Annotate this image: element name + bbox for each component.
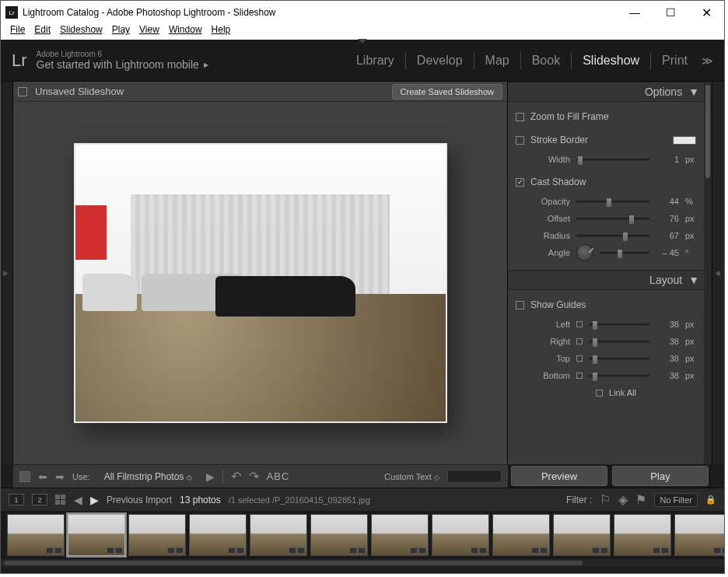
opacity-slider[interactable] [576, 201, 649, 203]
grid-view-icon[interactable] [55, 495, 66, 505]
close-button[interactable]: ✕ [688, 1, 724, 24]
link-top-icon[interactable] [576, 355, 583, 362]
module-library[interactable]: Library [356, 54, 394, 68]
create-saved-slideshow-button[interactable]: Create Saved Slideshow [392, 84, 502, 100]
text-tool-button[interactable]: ABC [267, 470, 290, 482]
play-inline-button[interactable]: ▶ [206, 470, 215, 483]
next-slide-button[interactable]: ➡ [55, 470, 65, 483]
thumbnail[interactable] [371, 514, 429, 556]
margin-top-value[interactable]: 38 [656, 354, 679, 363]
thumbnail[interactable] [310, 514, 368, 556]
margin-bottom-value[interactable]: 38 [656, 371, 679, 380]
stop-button[interactable] [19, 471, 30, 482]
stroke-color-swatch[interactable] [673, 136, 696, 145]
radius-slider[interactable] [576, 235, 649, 237]
left-panel-collapsed[interactable] [1, 82, 13, 464]
custom-text-input[interactable] [447, 470, 502, 483]
thumbnail[interactable] [189, 514, 247, 556]
separator [474, 52, 474, 69]
custom-text-label[interactable]: Custom Text ◇ [384, 472, 439, 481]
layout-panel-header[interactable]: Layout ▼ [508, 270, 712, 290]
angle-dial[interactable] [576, 244, 593, 261]
show-guides-checkbox[interactable] [516, 301, 524, 309]
right-panel-scrollbar[interactable] [704, 82, 712, 464]
filmstrip-forward-button[interactable]: ▶ [90, 494, 99, 506]
angle-slider[interactable] [600, 252, 649, 254]
menu-help[interactable]: Help [208, 24, 234, 40]
link-right-icon[interactable] [576, 338, 583, 344]
offset-slider[interactable] [576, 218, 649, 220]
right-stub-collapsed[interactable] [712, 82, 724, 464]
module-print[interactable]: Print [662, 54, 688, 68]
filter-dropdown[interactable]: No Filter [654, 493, 698, 507]
source-label[interactable]: Previous Import [107, 495, 172, 505]
use-dropdown[interactable]: All Filmstrip Photos ◇ [98, 470, 198, 484]
rotate-cw-button[interactable]: ↷ [249, 469, 259, 484]
rotate-ccw-button[interactable]: ↶ [231, 469, 241, 484]
module-map[interactable]: Map [485, 54, 509, 68]
thumbnail[interactable] [492, 514, 550, 556]
menubar: File Edit Slideshow Play View Window Hel… [1, 24, 724, 40]
margin-bottom-slider[interactable] [589, 375, 649, 377]
filter-lock-icon[interactable]: 🔒 [705, 495, 716, 505]
triangle-down-icon: ▼ [688, 86, 699, 98]
margin-left-value[interactable]: 38 [656, 320, 679, 329]
offset-value[interactable]: 76 [656, 214, 679, 223]
thumbnail[interactable] [674, 514, 724, 556]
menu-view[interactable]: View [136, 24, 163, 40]
thumbnail[interactable] [68, 514, 125, 556]
margin-top-slider[interactable] [589, 358, 649, 360]
margin-right-value[interactable]: 38 [656, 337, 679, 346]
width-slider[interactable] [576, 159, 649, 161]
menu-window[interactable]: Window [166, 24, 205, 40]
module-slideshow[interactable]: Slideshow [583, 54, 639, 68]
filmstrip-back-button[interactable]: ◀ [74, 494, 82, 506]
thumbnail[interactable] [614, 514, 671, 556]
thumbnail[interactable] [128, 514, 186, 556]
module-book[interactable]: Book [532, 54, 560, 68]
link-all-checkbox[interactable] [596, 390, 603, 397]
angle-label: Angle [531, 248, 570, 257]
menu-play[interactable]: Play [109, 24, 133, 40]
thumbnail[interactable] [7, 514, 65, 556]
thumbnail[interactable] [250, 514, 307, 556]
options-panel-header[interactable]: Options ▼ [508, 82, 712, 102]
template-icon[interactable] [18, 87, 27, 96]
minimize-button[interactable]: — [617, 1, 653, 24]
cast-shadow-label: Cast Shadow [530, 177, 586, 187]
link-left-icon[interactable] [576, 321, 583, 327]
margin-left-label: Left [531, 320, 570, 329]
thumbnail[interactable] [432, 514, 489, 556]
link-bottom-icon[interactable] [576, 372, 583, 379]
use-label: Use: [72, 472, 90, 481]
play-button[interactable]: Play [612, 466, 709, 486]
module-develop[interactable]: Develop [417, 54, 463, 68]
margin-right-slider[interactable] [589, 341, 649, 343]
zoom-fill-checkbox[interactable] [516, 113, 524, 121]
prev-slide-button[interactable]: ⬅ [38, 470, 47, 483]
menu-slideshow[interactable]: Slideshow [57, 24, 106, 40]
width-unit: px [685, 155, 696, 164]
filmstrip-scrollbar[interactable] [1, 559, 724, 567]
brand-bottom[interactable]: Get started with Lightroom mobile▸ [37, 58, 208, 71]
link-all-label: Link All [609, 388, 636, 397]
opacity-value[interactable]: 44 [656, 197, 679, 206]
display-1-button[interactable]: 1 [9, 494, 24, 505]
pick-filter-icon[interactable]: ◈ [618, 492, 628, 507]
flag-filter-icon[interactable]: ⚐ [600, 492, 611, 507]
preview-button[interactable]: Preview [511, 466, 607, 486]
reject-filter-icon[interactable]: ⚑ [635, 492, 646, 507]
maximize-button[interactable]: ☐ [653, 1, 688, 24]
width-value[interactable]: 1 [656, 155, 679, 164]
menu-edit[interactable]: Edit [31, 24, 54, 40]
menu-file[interactable]: File [7, 24, 28, 40]
stroke-border-checkbox[interactable] [516, 136, 524, 145]
angle-value[interactable]: – 45 [656, 248, 679, 257]
cast-shadow-checkbox[interactable] [516, 178, 524, 187]
filmstrip[interactable] [1, 511, 724, 559]
radius-value[interactable]: 67 [656, 231, 679, 240]
margin-left-slider[interactable] [589, 323, 649, 326]
display-2-button[interactable]: 2 [32, 494, 47, 505]
thumbnail[interactable] [553, 514, 611, 556]
more-modules-icon[interactable]: ≫ [702, 54, 713, 67]
